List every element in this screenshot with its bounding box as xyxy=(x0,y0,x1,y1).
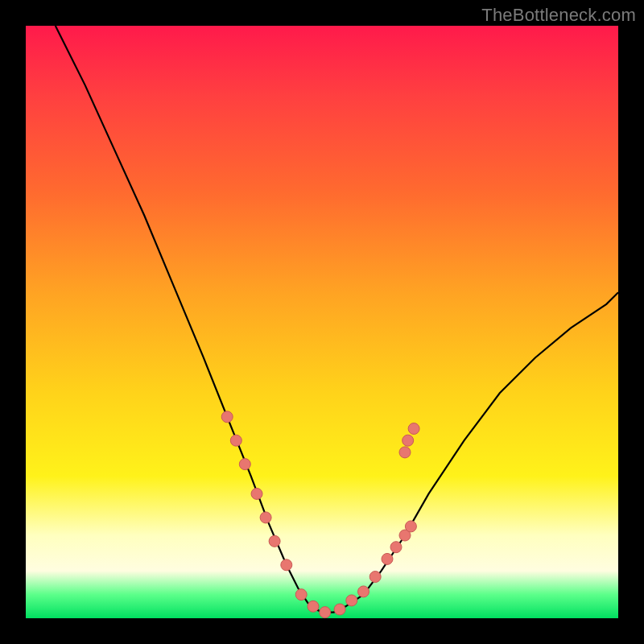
watermark-text: TheBottleneck.com xyxy=(481,5,636,26)
data-marker xyxy=(382,553,393,564)
data-marker xyxy=(320,607,331,618)
chart-svg xyxy=(26,26,618,618)
data-marker xyxy=(399,447,411,458)
data-marker xyxy=(405,521,416,532)
data-marker xyxy=(239,459,250,470)
chart-frame: TheBottleneck.com xyxy=(0,0,644,644)
data-marker xyxy=(295,589,307,601)
data-marker xyxy=(346,595,357,606)
data-marker xyxy=(308,601,319,612)
bottleneck-curve xyxy=(56,26,618,613)
data-marker xyxy=(281,559,292,571)
data-marker xyxy=(251,488,262,499)
data-marker xyxy=(260,512,271,523)
data-marker xyxy=(230,435,242,446)
data-marker xyxy=(402,435,414,446)
data-marker xyxy=(390,542,402,553)
curve-markers xyxy=(221,411,419,618)
data-marker xyxy=(269,535,280,547)
data-marker xyxy=(358,586,369,597)
data-marker xyxy=(221,411,233,423)
plot-area xyxy=(26,26,618,618)
data-marker xyxy=(408,423,419,435)
data-marker xyxy=(334,604,345,615)
data-marker xyxy=(369,572,381,583)
